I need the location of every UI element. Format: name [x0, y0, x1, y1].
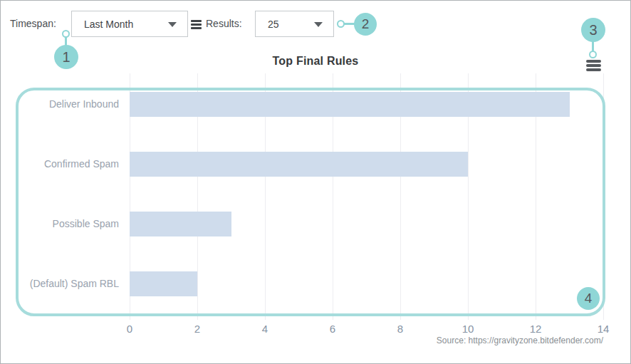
x-axis-tick-label: 0 [115, 323, 144, 335]
category-label: (Default) Spam RBL [5, 278, 119, 289]
category-label: Confirmed Spam [5, 158, 119, 170]
results-label: Results: [206, 18, 242, 29]
timespan-dropdown[interactable]: Last Month [71, 11, 188, 37]
hamburger-menu-icon [586, 60, 601, 63]
timespan-label: Timespan: [10, 18, 56, 29]
source-text: Source: https://gravityzone.bitdefender.… [437, 336, 603, 345]
callout-1-anchor-dot [62, 30, 70, 38]
callout-2-anchor-dot [337, 20, 345, 28]
callout-badge-1: 1 [54, 45, 78, 69]
widget-menu-button[interactable] [586, 60, 601, 73]
chevron-down-icon [314, 22, 323, 27]
x-gridline [603, 73, 604, 320]
callout-badge-2: 2 [354, 13, 377, 36]
results-selected-value: 25 [256, 19, 279, 30]
timespan-selected-value: Last Month [72, 19, 133, 30]
bar-possible-spam [130, 212, 231, 236]
widget-window: Timespan: Last Month Results: 25 Top Fin… [0, 0, 631, 364]
bar-deliver-inbound [130, 92, 570, 117]
results-dropdown[interactable]: 25 [255, 11, 334, 37]
results-hamburger-icon [191, 20, 202, 31]
bar--default-spam-rbl [130, 271, 197, 296]
callout-badge-4: 4 [577, 287, 600, 310]
category-label: Possible Spam [5, 218, 119, 229]
x-axis-tick-label: 12 [521, 323, 550, 335]
callout-badge-3: 3 [581, 18, 605, 42]
x-axis-tick-label: 10 [454, 323, 482, 335]
x-axis-tick-label: 8 [386, 323, 414, 335]
x-axis-tick-label: 14 [589, 323, 617, 335]
x-axis-tick-label: 4 [251, 323, 279, 335]
category-label: Deliver Inbound [5, 98, 119, 110]
chevron-down-icon [168, 22, 177, 27]
chart-title: Top Final Rules [1, 55, 630, 68]
x-axis-tick-label: 6 [318, 323, 347, 335]
bar-confirmed-spam [130, 152, 468, 177]
callout-3-anchor-dot [589, 51, 597, 58]
x-axis-tick-label: 2 [183, 323, 212, 335]
